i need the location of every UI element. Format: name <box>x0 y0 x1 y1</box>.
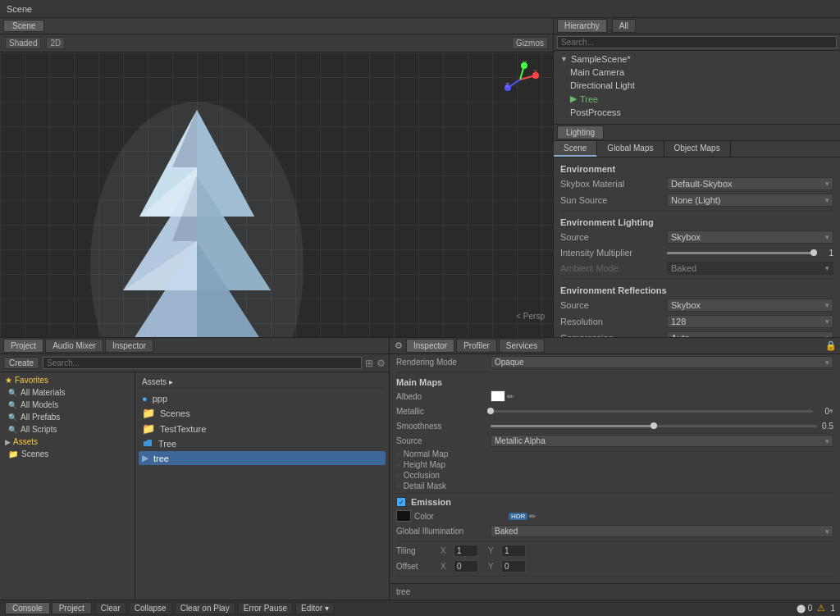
hdr-badge: HDR <box>509 513 527 520</box>
star-icon: ★ <box>5 376 12 385</box>
folder-icon-ppp: ● <box>142 394 148 404</box>
svg-text:Y: Y <box>523 59 527 66</box>
lighting-subtab-scene[interactable]: Scene <box>554 141 597 157</box>
warning-icon: ⚠ <box>817 603 825 614</box>
audio-mixer-tab[interactable]: Audio Mixer <box>45 339 103 353</box>
light-label: Directional Light <box>570 80 635 90</box>
asset-ppp[interactable]: ● ppp <box>139 392 386 405</box>
ambient-value[interactable]: Baked ▾ <box>667 262 833 275</box>
inspector-tab-bottom[interactable]: Inspector <box>105 339 153 353</box>
project-toolbar: Create ⊞ ⚙ <box>0 354 389 372</box>
intensity-slider[interactable]: 1 <box>667 249 833 258</box>
hierarchy-search[interactable] <box>557 36 837 48</box>
refl-source-arrow: ▾ <box>825 301 829 309</box>
hierarchy-scene-root[interactable]: ▼ SampleScene* <box>554 52 840 66</box>
scene-canvas[interactable]: X Y Z <box>0 52 553 337</box>
asset-testtexture[interactable]: 📁 TestTexture <box>139 421 386 436</box>
services-tab[interactable]: Services <box>499 339 545 353</box>
emission-checkbox[interactable] <box>396 497 406 507</box>
ptree-all-scripts[interactable]: 🔍 All Scripts <box>0 423 135 436</box>
refl-source-row: Source Skybox ▾ <box>554 297 840 313</box>
albedo-edit-btn[interactable]: ✏ <box>505 392 515 401</box>
metallic-label: Metallic <box>396 407 491 416</box>
inspector-lock-icon: 🔒 <box>825 340 837 351</box>
error-count: ⬤ 0 <box>797 604 812 613</box>
emission-section: Emission <box>411 497 451 507</box>
create-btn[interactable]: Create <box>3 357 39 369</box>
gi-dropdown[interactable]: Baked ▾ <box>491 525 833 537</box>
metallic-arrow: ▾ <box>829 407 833 415</box>
occlusion-dot: ○ <box>396 472 400 479</box>
collapse-btn[interactable]: Collapse <box>129 602 172 614</box>
tiling-y-input[interactable] <box>501 545 526 557</box>
asset-tree-folder[interactable]: Tree <box>139 436 386 451</box>
lighting-tab-lighting[interactable]: Lighting <box>557 125 604 139</box>
env-source-value[interactable]: Skybox ▾ <box>667 230 833 244</box>
skybox-material-value[interactable]: Default-Skybox ▾ <box>667 177 833 190</box>
emission-section-row: Emission <box>390 495 840 509</box>
hierarchy-item-light[interactable]: Directional Light <box>554 79 840 92</box>
refl-source-value[interactable]: Skybox ▾ <box>667 299 833 312</box>
offset-x-input[interactable] <box>454 560 478 573</box>
sun-source-value[interactable]: None (Light) ▾ <box>667 194 833 207</box>
ptree-all-prefabs[interactable]: 🔍 All Prefabs <box>0 411 135 423</box>
offset-x-label: X <box>441 562 450 571</box>
hierarchy-item-postprocess[interactable]: PostProcess <box>554 106 840 119</box>
inspector-tab[interactable]: Inspector <box>406 339 454 353</box>
right-panels: Hierarchy All ▼ SampleScene* Main Camera… <box>553 18 840 337</box>
tiling-x-input[interactable] <box>454 545 478 557</box>
warning-count: 1 <box>830 604 835 613</box>
hierarchy-tab[interactable]: Hierarchy <box>557 19 607 33</box>
rendering-dropdown-arrow: ▾ <box>825 358 829 367</box>
resolution-label: Resolution <box>560 317 667 326</box>
metallic-slider[interactable] <box>491 410 813 413</box>
project-search-input[interactable] <box>43 357 362 369</box>
source-dropdown[interactable]: Metallic Alpha ▾ <box>491 435 833 447</box>
project-tab[interactable]: Project <box>3 339 43 353</box>
search-icon-materials: 🔍 <box>8 389 17 397</box>
ptree-scenes[interactable]: 📁 Scenes <box>0 448 135 460</box>
bottom-panels: Project Audio Mixer Inspector Create ⊞ ⚙… <box>0 337 840 600</box>
asset-tree-file[interactable]: ▶ tree <box>139 451 386 465</box>
lighting-subtab-globalmaps[interactable]: Global Maps <box>597 141 664 157</box>
lighting-subtab-objectmaps[interactable]: Object Maps <box>664 141 731 157</box>
ambient-label: Ambient Mode <box>560 263 667 273</box>
scene-tab[interactable]: Scene <box>3 20 44 32</box>
emission-color-swatch[interactable] <box>396 510 411 522</box>
project-tab-bottom[interactable]: Project <box>52 602 92 614</box>
normal-map-row: ○ Normal Map <box>390 449 840 459</box>
view-2d-btn[interactable]: 2D <box>46 37 65 49</box>
resolution-value[interactable]: 128 ▾ <box>667 315 833 328</box>
tiling-x-label: X <box>441 546 450 555</box>
height-map-row: ○ Height Map <box>390 459 840 470</box>
gizmos-btn[interactable]: Gizmos <box>512 37 548 49</box>
compression-value[interactable]: Auto ▾ <box>667 331 833 337</box>
intensity-row: Intensity Multiplier 1 <box>554 245 840 260</box>
error-pause-btn[interactable]: Error Pause <box>238 602 293 614</box>
skybox-dropdown-arrow: ▾ <box>825 180 829 188</box>
hierarchy-item-camera[interactable]: Main Camera <box>554 66 840 79</box>
lighting-content: Environment Skybox Material Default-Skyb… <box>554 157 840 337</box>
ptree-all-materials[interactable]: 🔍 All Materials <box>0 386 135 399</box>
detail-mask-label: Detail Mask <box>404 481 446 491</box>
global-illumination-row: Global Illumination Baked ▾ <box>390 523 840 539</box>
clear-btn[interactable]: Clear <box>95 602 126 614</box>
env-reflections-section: Environment Reflections <box>554 282 840 297</box>
rendering-mode-dropdown[interactable]: Opaque ▾ <box>491 356 833 368</box>
shaded-dropdown[interactable]: Shaded <box>5 37 41 49</box>
ptree-all-models[interactable]: 🔍 All Models <box>0 399 135 411</box>
console-tab[interactable]: Console <box>5 602 50 614</box>
env-source-label: Source <box>560 232 667 242</box>
albedo-swatch[interactable] <box>491 390 505 402</box>
hierarchy-all-tab[interactable]: All <box>612 19 636 33</box>
hierarchy-item-tree[interactable]: ▶ Tree <box>554 92 840 106</box>
environment-section: Environment <box>554 161 840 176</box>
asset-scenes[interactable]: 📁 Scenes <box>139 405 386 421</box>
smoothness-slider[interactable] <box>491 425 817 427</box>
profiler-tab[interactable]: Profiler <box>456 339 497 353</box>
editor-btn[interactable]: Editor ▾ <box>295 602 335 614</box>
clear-on-play-btn[interactable]: Clear on Play <box>175 602 235 614</box>
project-tree: ★ Favorites 🔍 All Materials 🔍 All Models… <box>0 372 135 600</box>
offset-y-input[interactable] <box>501 560 526 573</box>
emission-edit-btn[interactable]: ✏ <box>527 512 537 521</box>
